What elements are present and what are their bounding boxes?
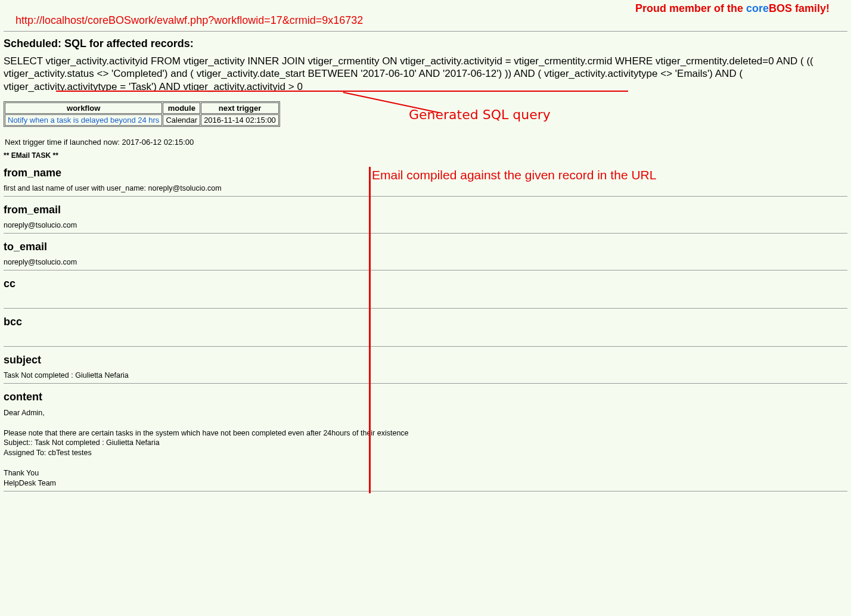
table-row: Notify when a task is delayed beyond 24 … [5,114,279,126]
email-wrap: Email compiled against the given record … [4,167,847,491]
content-body: Dear Admin, Please note that there are c… [4,408,847,489]
from-email-label: from_email [4,204,847,216]
th-module: module [163,102,200,114]
divider [4,196,847,197]
th-next-trigger: next trigger [201,102,279,114]
td-module: Calendar [163,114,200,126]
bcc-value [4,333,847,344]
cc-value [4,295,847,306]
annotation-email-label: Email compiled against the given record … [372,168,656,182]
field-subject: subject Task Not completed : Giulietta N… [4,354,847,379]
divider [4,491,847,491]
field-to-email: to_email noreply@tsolucio.com [4,241,847,266]
table-header-row: workflow module next trigger [5,102,279,114]
to-email-value: noreply@tsolucio.com [4,258,847,266]
workflow-table: workflow module next trigger Notify when… [4,101,280,127]
divider [4,346,847,347]
divider [4,270,847,270]
next-trigger-text: Next trigger time if launched now: 2017-… [5,138,847,147]
cc-label: cc [4,278,847,290]
divider [4,383,847,384]
sql-section-title: Scheduled: SQL for affected records: [4,38,847,50]
top-divider [4,31,847,32]
content-label: content [4,391,847,403]
annotation-underline [56,91,628,92]
subject-label: subject [4,354,847,366]
workflow-link[interactable]: Notify when a task is delayed beyond 24 … [8,116,159,125]
proud-member-text: Proud member of the coreBOS family! [635,2,830,15]
field-cc: cc [4,278,847,306]
proud-prefix: Proud member of the [635,2,746,14]
field-content: content Dear Admin, Please note that the… [4,391,847,489]
divider [4,308,847,309]
td-next-trigger: 2016-11-14 02:15:00 [201,114,279,126]
proud-bos: BOS [769,2,792,14]
field-from-email: from_email noreply@tsolucio.com [4,204,847,229]
proud-suffix: family! [792,2,830,14]
from-name-value: first and last name of user with user_na… [4,184,847,192]
divider [4,233,847,234]
topbar: http://localhost/coreBOSwork/evalwf.php?… [4,4,847,27]
bcc-label: bcc [4,316,847,328]
subject-value: Task Not completed : Giulietta Nefaria [4,371,847,379]
sql-query-text: SELECT vtiger_activity.activityid FROM v… [4,55,847,93]
email-task-marker: ** EMail TASK ** [4,151,847,160]
annotation-vertical-line [369,167,371,493]
td-workflow: Notify when a task is delayed beyond 24 … [5,114,162,126]
field-bcc: bcc [4,316,847,344]
proud-core: core [746,2,769,14]
annotation-sql-label: Generated SQL query [409,107,551,122]
th-workflow: workflow [5,102,162,114]
to-email-label: to_email [4,241,847,253]
sql-wrap: SELECT vtiger_activity.activityid FROM v… [4,55,847,127]
page-url: http://localhost/coreBOSwork/evalwf.php?… [15,14,363,27]
from-email-value: noreply@tsolucio.com [4,221,847,229]
